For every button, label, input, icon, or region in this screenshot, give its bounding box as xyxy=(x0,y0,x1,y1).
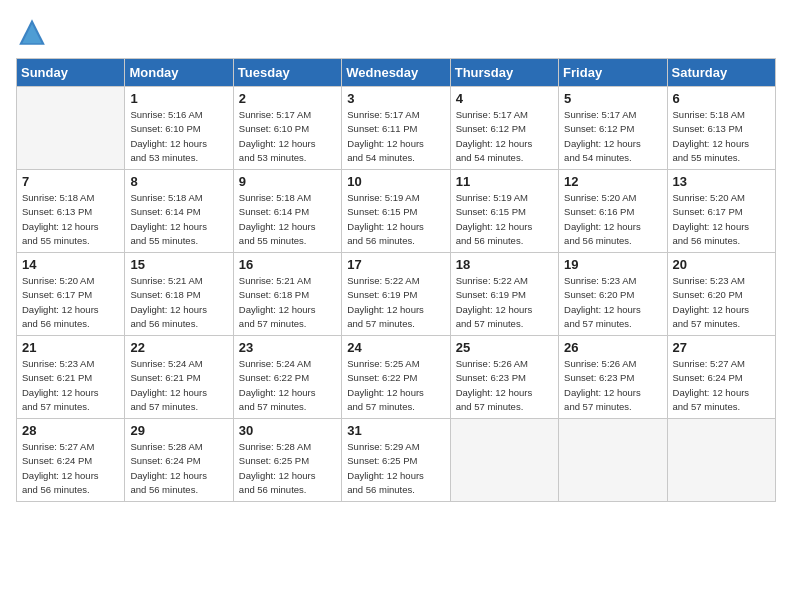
day-number: 21 xyxy=(22,340,119,355)
day-detail: Sunrise: 5:28 AM Sunset: 6:25 PM Dayligh… xyxy=(239,440,336,497)
day-number: 20 xyxy=(673,257,770,272)
day-detail: Sunrise: 5:28 AM Sunset: 6:24 PM Dayligh… xyxy=(130,440,227,497)
calendar-week-row: 21Sunrise: 5:23 AM Sunset: 6:21 PM Dayli… xyxy=(17,336,776,419)
day-cell: 7Sunrise: 5:18 AM Sunset: 6:13 PM Daylig… xyxy=(17,170,125,253)
day-cell: 14Sunrise: 5:20 AM Sunset: 6:17 PM Dayli… xyxy=(17,253,125,336)
logo xyxy=(16,16,52,48)
day-detail: Sunrise: 5:20 AM Sunset: 6:17 PM Dayligh… xyxy=(673,191,770,248)
calendar-table: SundayMondayTuesdayWednesdayThursdayFrid… xyxy=(16,58,776,502)
day-detail: Sunrise: 5:23 AM Sunset: 6:21 PM Dayligh… xyxy=(22,357,119,414)
day-detail: Sunrise: 5:17 AM Sunset: 6:12 PM Dayligh… xyxy=(564,108,661,165)
day-number: 23 xyxy=(239,340,336,355)
calendar-week-row: 14Sunrise: 5:20 AM Sunset: 6:17 PM Dayli… xyxy=(17,253,776,336)
day-number: 13 xyxy=(673,174,770,189)
weekday-header-friday: Friday xyxy=(559,59,667,87)
day-detail: Sunrise: 5:24 AM Sunset: 6:21 PM Dayligh… xyxy=(130,357,227,414)
day-number: 26 xyxy=(564,340,661,355)
empty-cell xyxy=(667,419,775,502)
day-number: 18 xyxy=(456,257,553,272)
day-detail: Sunrise: 5:22 AM Sunset: 6:19 PM Dayligh… xyxy=(456,274,553,331)
day-detail: Sunrise: 5:27 AM Sunset: 6:24 PM Dayligh… xyxy=(22,440,119,497)
day-number: 9 xyxy=(239,174,336,189)
day-cell: 27Sunrise: 5:27 AM Sunset: 6:24 PM Dayli… xyxy=(667,336,775,419)
day-detail: Sunrise: 5:19 AM Sunset: 6:15 PM Dayligh… xyxy=(347,191,444,248)
day-cell: 31Sunrise: 5:29 AM Sunset: 6:25 PM Dayli… xyxy=(342,419,450,502)
day-number: 16 xyxy=(239,257,336,272)
day-number: 24 xyxy=(347,340,444,355)
day-detail: Sunrise: 5:17 AM Sunset: 6:10 PM Dayligh… xyxy=(239,108,336,165)
day-number: 10 xyxy=(347,174,444,189)
weekday-header-row: SundayMondayTuesdayWednesdayThursdayFrid… xyxy=(17,59,776,87)
day-cell: 11Sunrise: 5:19 AM Sunset: 6:15 PM Dayli… xyxy=(450,170,558,253)
day-detail: Sunrise: 5:22 AM Sunset: 6:19 PM Dayligh… xyxy=(347,274,444,331)
day-detail: Sunrise: 5:23 AM Sunset: 6:20 PM Dayligh… xyxy=(673,274,770,331)
day-number: 5 xyxy=(564,91,661,106)
calendar-week-row: 28Sunrise: 5:27 AM Sunset: 6:24 PM Dayli… xyxy=(17,419,776,502)
day-number: 28 xyxy=(22,423,119,438)
day-detail: Sunrise: 5:23 AM Sunset: 6:20 PM Dayligh… xyxy=(564,274,661,331)
empty-cell xyxy=(559,419,667,502)
logo-icon xyxy=(16,16,48,48)
day-number: 7 xyxy=(22,174,119,189)
day-cell: 9Sunrise: 5:18 AM Sunset: 6:14 PM Daylig… xyxy=(233,170,341,253)
weekday-header-monday: Monday xyxy=(125,59,233,87)
weekday-header-thursday: Thursday xyxy=(450,59,558,87)
day-cell: 6Sunrise: 5:18 AM Sunset: 6:13 PM Daylig… xyxy=(667,87,775,170)
day-detail: Sunrise: 5:20 AM Sunset: 6:17 PM Dayligh… xyxy=(22,274,119,331)
day-cell: 25Sunrise: 5:26 AM Sunset: 6:23 PM Dayli… xyxy=(450,336,558,419)
day-detail: Sunrise: 5:17 AM Sunset: 6:12 PM Dayligh… xyxy=(456,108,553,165)
calendar-body: 1Sunrise: 5:16 AM Sunset: 6:10 PM Daylig… xyxy=(17,87,776,502)
day-number: 3 xyxy=(347,91,444,106)
weekday-header-sunday: Sunday xyxy=(17,59,125,87)
header xyxy=(16,16,776,48)
day-cell: 29Sunrise: 5:28 AM Sunset: 6:24 PM Dayli… xyxy=(125,419,233,502)
day-number: 29 xyxy=(130,423,227,438)
day-cell: 22Sunrise: 5:24 AM Sunset: 6:21 PM Dayli… xyxy=(125,336,233,419)
weekday-header-saturday: Saturday xyxy=(667,59,775,87)
day-detail: Sunrise: 5:26 AM Sunset: 6:23 PM Dayligh… xyxy=(456,357,553,414)
weekday-header-wednesday: Wednesday xyxy=(342,59,450,87)
day-number: 11 xyxy=(456,174,553,189)
day-cell: 28Sunrise: 5:27 AM Sunset: 6:24 PM Dayli… xyxy=(17,419,125,502)
day-detail: Sunrise: 5:18 AM Sunset: 6:13 PM Dayligh… xyxy=(673,108,770,165)
day-number: 1 xyxy=(130,91,227,106)
day-detail: Sunrise: 5:20 AM Sunset: 6:16 PM Dayligh… xyxy=(564,191,661,248)
calendar-week-row: 1Sunrise: 5:16 AM Sunset: 6:10 PM Daylig… xyxy=(17,87,776,170)
day-detail: Sunrise: 5:26 AM Sunset: 6:23 PM Dayligh… xyxy=(564,357,661,414)
day-number: 19 xyxy=(564,257,661,272)
day-cell: 8Sunrise: 5:18 AM Sunset: 6:14 PM Daylig… xyxy=(125,170,233,253)
empty-cell xyxy=(450,419,558,502)
day-number: 6 xyxy=(673,91,770,106)
day-cell: 10Sunrise: 5:19 AM Sunset: 6:15 PM Dayli… xyxy=(342,170,450,253)
day-number: 4 xyxy=(456,91,553,106)
day-detail: Sunrise: 5:16 AM Sunset: 6:10 PM Dayligh… xyxy=(130,108,227,165)
day-cell: 24Sunrise: 5:25 AM Sunset: 6:22 PM Dayli… xyxy=(342,336,450,419)
day-cell: 3Sunrise: 5:17 AM Sunset: 6:11 PM Daylig… xyxy=(342,87,450,170)
day-cell: 21Sunrise: 5:23 AM Sunset: 6:21 PM Dayli… xyxy=(17,336,125,419)
day-cell: 12Sunrise: 5:20 AM Sunset: 6:16 PM Dayli… xyxy=(559,170,667,253)
day-detail: Sunrise: 5:18 AM Sunset: 6:14 PM Dayligh… xyxy=(130,191,227,248)
day-detail: Sunrise: 5:21 AM Sunset: 6:18 PM Dayligh… xyxy=(130,274,227,331)
day-detail: Sunrise: 5:18 AM Sunset: 6:13 PM Dayligh… xyxy=(22,191,119,248)
day-detail: Sunrise: 5:27 AM Sunset: 6:24 PM Dayligh… xyxy=(673,357,770,414)
day-cell: 19Sunrise: 5:23 AM Sunset: 6:20 PM Dayli… xyxy=(559,253,667,336)
day-cell: 1Sunrise: 5:16 AM Sunset: 6:10 PM Daylig… xyxy=(125,87,233,170)
day-number: 2 xyxy=(239,91,336,106)
day-detail: Sunrise: 5:24 AM Sunset: 6:22 PM Dayligh… xyxy=(239,357,336,414)
day-cell: 2Sunrise: 5:17 AM Sunset: 6:10 PM Daylig… xyxy=(233,87,341,170)
day-number: 15 xyxy=(130,257,227,272)
day-detail: Sunrise: 5:29 AM Sunset: 6:25 PM Dayligh… xyxy=(347,440,444,497)
day-number: 22 xyxy=(130,340,227,355)
day-cell: 30Sunrise: 5:28 AM Sunset: 6:25 PM Dayli… xyxy=(233,419,341,502)
day-cell: 17Sunrise: 5:22 AM Sunset: 6:19 PM Dayli… xyxy=(342,253,450,336)
day-number: 31 xyxy=(347,423,444,438)
day-detail: Sunrise: 5:19 AM Sunset: 6:15 PM Dayligh… xyxy=(456,191,553,248)
day-detail: Sunrise: 5:18 AM Sunset: 6:14 PM Dayligh… xyxy=(239,191,336,248)
day-cell: 16Sunrise: 5:21 AM Sunset: 6:18 PM Dayli… xyxy=(233,253,341,336)
day-cell: 23Sunrise: 5:24 AM Sunset: 6:22 PM Dayli… xyxy=(233,336,341,419)
day-cell: 18Sunrise: 5:22 AM Sunset: 6:19 PM Dayli… xyxy=(450,253,558,336)
day-number: 30 xyxy=(239,423,336,438)
day-cell: 15Sunrise: 5:21 AM Sunset: 6:18 PM Dayli… xyxy=(125,253,233,336)
day-number: 17 xyxy=(347,257,444,272)
day-cell: 20Sunrise: 5:23 AM Sunset: 6:20 PM Dayli… xyxy=(667,253,775,336)
